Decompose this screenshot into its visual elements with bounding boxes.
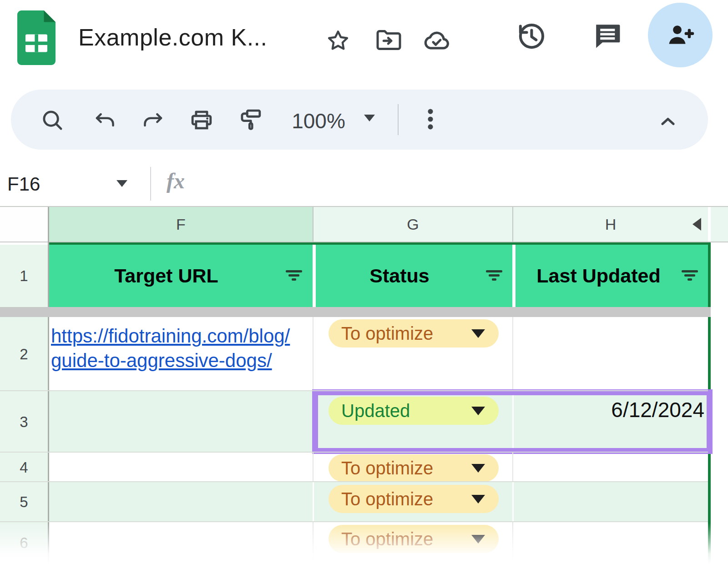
version-history-icon[interactable] [514, 19, 547, 53]
header-gap [512, 245, 516, 307]
print-icon[interactable] [188, 107, 215, 133]
comments-icon[interactable] [592, 20, 623, 52]
column-letter: F [49, 207, 313, 242]
filter-icon[interactable] [682, 270, 699, 282]
grid-corner[interactable] [0, 207, 48, 242]
column-letter: G [313, 207, 512, 242]
grid-line [313, 522, 313, 564]
formula-bar-divider [150, 167, 151, 201]
grid-line [313, 453, 313, 482]
grid-line [0, 481, 708, 482]
column-header-g[interactable]: G [313, 207, 512, 242]
chip-dropdown-icon[interactable] [471, 535, 485, 544]
zoom-dropdown-icon[interactable] [364, 115, 375, 121]
header-label: Status [316, 245, 512, 307]
column-header-overflow [711, 207, 728, 242]
undo-icon[interactable] [93, 109, 117, 133]
status-chip-row2[interactable]: To optimize [329, 319, 499, 347]
cloud-saved-icon[interactable] [421, 26, 451, 55]
chip-dropdown-icon[interactable] [471, 329, 485, 338]
chip-dropdown-icon[interactable] [471, 495, 485, 504]
frozen-row-separator[interactable] [0, 307, 711, 317]
status-label: To optimize [341, 489, 433, 509]
move-folder-icon[interactable] [374, 26, 401, 54]
grid-line [512, 522, 513, 564]
grid-line [512, 482, 514, 522]
row-number: 1 [0, 245, 48, 307]
grid-line [313, 482, 314, 522]
grid-line [313, 317, 313, 391]
share-button[interactable] [648, 3, 713, 67]
google-sheets-window: Example.com K... [0, 0, 728, 564]
redo-icon[interactable] [141, 109, 165, 133]
row-number: 6 [0, 522, 48, 564]
grid-line [512, 317, 513, 391]
status-chip-row5[interactable]: To optimize [329, 485, 499, 513]
status-chip-row4[interactable]: To optimize [329, 454, 499, 482]
column-header-f[interactable]: F [49, 207, 313, 242]
fx-icon: fx [167, 168, 185, 193]
status-label: To optimize [341, 323, 433, 344]
grid-line [0, 452, 708, 453]
filter-icon[interactable] [486, 270, 503, 282]
colheader-divider [512, 207, 513, 242]
chip-dropdown-icon[interactable] [471, 464, 485, 473]
highlight-selection-box [312, 389, 713, 454]
filter-icon[interactable] [286, 270, 303, 282]
name-box[interactable]: F16 [7, 173, 40, 196]
header-label: Last Updated [516, 245, 708, 307]
star-icon[interactable] [326, 28, 350, 53]
row-number: 3 [0, 391, 48, 453]
row-number: 5 [0, 482, 48, 522]
cell-h1-last-updated-header[interactable]: Last Updated [516, 245, 708, 307]
row-header-2[interactable]: 2 [0, 317, 48, 391]
grid-line [0, 521, 708, 522]
row-number: 4 [0, 453, 48, 482]
column-letter: H [513, 207, 708, 242]
grid-line [512, 453, 513, 482]
paint-format-icon[interactable] [238, 106, 264, 133]
cell-f2-target-url-link[interactable]: https://fidotraining.com/blog/ guide-to-… [51, 324, 290, 373]
url-line-2[interactable]: guide-to-aggressive-dogs/ [51, 348, 290, 373]
header-label: Target URL [49, 245, 313, 307]
zoom-level[interactable]: 100% [284, 106, 353, 136]
toolbar-divider [398, 104, 399, 135]
more-vertical-icon[interactable] [417, 106, 444, 132]
row-header-4[interactable]: 4 [0, 453, 48, 482]
search-icon[interactable] [39, 107, 66, 133]
collapse-toolbar-icon[interactable] [656, 110, 680, 133]
row-header-3[interactable]: 3 [0, 391, 48, 453]
status-chip-row6[interactable]: To optimize [329, 525, 499, 553]
cell-g1-status-header[interactable]: Status [316, 245, 512, 307]
header-gap [313, 245, 316, 307]
status-label: To optimize [341, 529, 433, 549]
row-header-1[interactable]: 1 [0, 245, 48, 307]
colheader-divider [313, 207, 313, 242]
cell-f1-target-url-header[interactable]: Target URL [49, 245, 313, 307]
row-number: 2 [0, 317, 48, 391]
grid-line [0, 390, 708, 391]
row-header-5[interactable]: 5 [0, 482, 48, 522]
name-box-dropdown-icon[interactable] [116, 180, 127, 187]
column-header-h[interactable]: H [513, 207, 708, 242]
document-title[interactable]: Example.com K... [78, 24, 267, 51]
hidden-columns-arrow-icon[interactable] [693, 218, 701, 231]
share-add-person-icon [664, 20, 696, 50]
sheets-logo-icon[interactable] [17, 10, 56, 65]
url-line-1[interactable]: https://fidotraining.com/blog/ [51, 324, 290, 348]
row-header-6[interactable]: 6 [0, 522, 48, 564]
status-label: To optimize [341, 458, 433, 478]
